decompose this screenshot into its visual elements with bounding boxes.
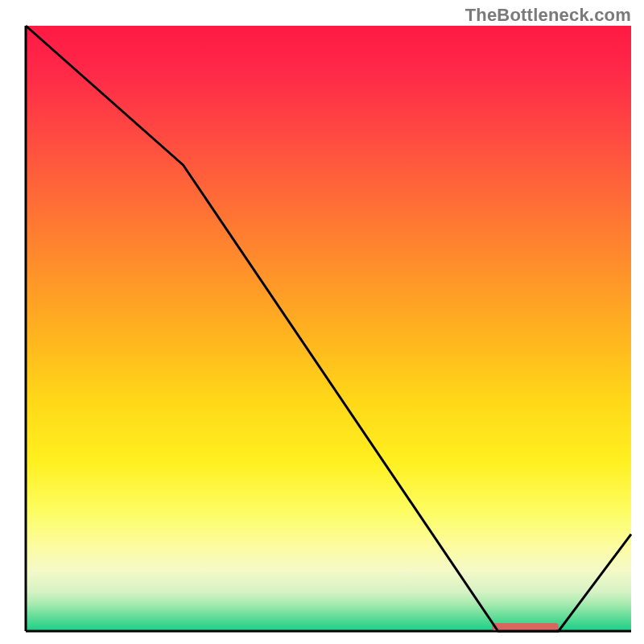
chart-container: TheBottleneck.com: [0, 0, 644, 644]
watermark-text: TheBottleneck.com: [465, 5, 631, 26]
optimal-range-marker: [492, 623, 559, 630]
bottleneck-chart: [0, 0, 644, 644]
plot-background: [26, 26, 631, 631]
